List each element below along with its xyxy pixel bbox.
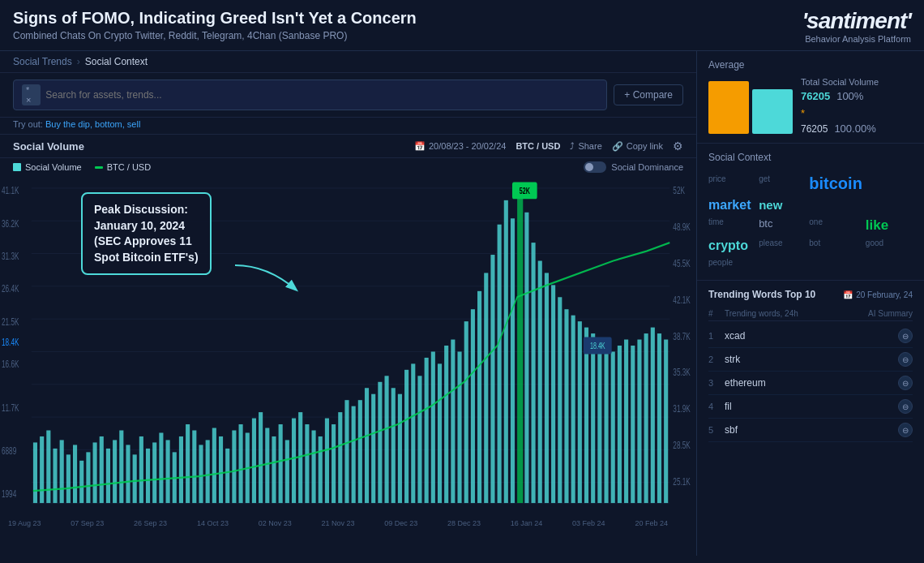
svg-text:31.3K: 31.3K (2, 251, 19, 262)
svg-rect-114 (591, 333, 595, 503)
legend-teal-swatch (13, 163, 21, 171)
social-context-section: Social Context price get bitcoin market … (697, 144, 924, 281)
svg-text:35.3K: 35.3K (673, 367, 690, 378)
pair-label: BTC / USD (515, 141, 560, 151)
svg-rect-111 (571, 316, 575, 503)
svg-rect-110 (564, 309, 568, 503)
svg-rect-52 (179, 436, 183, 503)
svg-rect-41 (106, 449, 110, 503)
svg-rect-105 (531, 243, 535, 503)
svg-rect-63 (252, 419, 256, 504)
trending-ai-summary[interactable]: ⊖ (856, 399, 913, 414)
svg-text:18.4K: 18.4K (2, 337, 19, 347)
trending-ai-summary[interactable]: ⊖ (856, 329, 913, 343)
avg-bar-teal (752, 89, 793, 134)
trending-ai-summary[interactable]: ⊖ (856, 376, 913, 390)
svg-text:1994: 1994 (2, 488, 16, 499)
trending-ai-summary[interactable]: ⊖ (856, 423, 913, 437)
wc-market: market (708, 198, 755, 213)
svg-rect-125 (664, 340, 668, 504)
svg-rect-107 (545, 273, 549, 503)
svg-rect-116 (604, 346, 608, 503)
svg-rect-33 (53, 449, 57, 503)
svg-rect-66 (272, 436, 276, 503)
svg-text:6889: 6889 (2, 446, 16, 457)
svg-rect-115 (597, 340, 601, 504)
social-dominance-toggle[interactable]: Social Dominance (584, 161, 683, 173)
search-tag[interactable]: * × (22, 84, 41, 105)
svg-text:16.6K: 16.6K (2, 359, 19, 369)
calendar-icon: 📅 (414, 141, 426, 152)
try-out-link[interactable]: Buy the dip, bottom, sell (45, 119, 140, 129)
total-pct: 100% (836, 90, 863, 102)
svg-rect-40 (100, 436, 104, 503)
compare-button[interactable]: + Compare (614, 84, 683, 105)
search-input[interactable] (45, 89, 598, 101)
pct2: 100.00% (834, 122, 875, 135)
ai-summary-icon[interactable]: ⊖ (898, 423, 913, 437)
breadcrumb-parent[interactable]: Social Trends (13, 56, 72, 67)
right-panel: Average Total Social Volume 76205 100% * (697, 51, 924, 556)
share-button[interactable]: ⤴ Share (570, 141, 601, 151)
svg-rect-34 (60, 440, 64, 503)
svg-text:25.1K: 25.1K (673, 476, 690, 487)
chart-area: Peak Discussion:January 10, 2024(SEC App… (0, 176, 696, 556)
svg-text:41.1K: 41.1K (2, 186, 19, 196)
trending-title: Trending Words Top 10 (708, 289, 815, 300)
svg-rect-75 (332, 424, 336, 503)
breadcrumb: Social Trends › Social Context (0, 51, 696, 73)
svg-rect-121 (637, 340, 641, 504)
svg-rect-85 (398, 394, 402, 503)
avg-bar-orange (708, 81, 749, 134)
svg-rect-88 (417, 376, 421, 503)
ai-summary-icon[interactable]: ⊖ (898, 352, 913, 367)
search-input-wrap[interactable]: * × (13, 80, 607, 110)
svg-rect-31 (40, 436, 44, 503)
wc-people: people (708, 258, 755, 267)
svg-text:42.1K: 42.1K (673, 294, 690, 305)
average-content: Total Social Volume 76205 100% * 76205 1… (708, 77, 913, 135)
svg-rect-80 (365, 388, 369, 503)
toggle-switch[interactable] (584, 161, 606, 173)
copy-link-button[interactable]: 🔗 Copy link (612, 141, 663, 152)
svg-rect-108 (551, 285, 555, 503)
trending-ai-summary[interactable]: ⊖ (856, 352, 913, 367)
calendar-icon-2: 📅 (843, 290, 853, 299)
svg-rect-49 (159, 432, 163, 503)
page-subtitle: Combined Chats On Crypto Twitter, Reddit… (13, 30, 417, 41)
svg-rect-46 (139, 436, 143, 503)
wc-get: get (759, 174, 806, 193)
trending-row: 2 strk ⊖ (708, 348, 913, 372)
svg-rect-71 (305, 424, 309, 503)
left-panel: Social Trends › Social Context * × + Com… (0, 51, 697, 556)
settings-button[interactable]: ⚙ (673, 140, 683, 153)
svg-rect-90 (431, 351, 435, 503)
svg-rect-38 (86, 452, 90, 503)
ai-summary-icon[interactable]: ⊖ (898, 376, 913, 390)
trending-row: 5 sbf ⊖ (708, 419, 913, 442)
svg-rect-30 (33, 442, 37, 503)
svg-rect-53 (186, 424, 190, 503)
wc-empty2 (809, 198, 862, 213)
average-title: Average (708, 59, 913, 71)
svg-rect-99 (490, 255, 494, 503)
svg-text:36.2K: 36.2K (2, 218, 19, 229)
svg-rect-122 (644, 333, 648, 503)
svg-text:11.7K: 11.7K (2, 402, 19, 413)
ai-summary-icon[interactable]: ⊖ (898, 399, 913, 414)
trending-date: 📅 20 February, 24 (843, 290, 913, 299)
svg-text:28.5K: 28.5K (673, 440, 690, 450)
svg-rect-44 (126, 445, 130, 503)
trending-word: sbf (725, 424, 856, 436)
svg-rect-94 (457, 351, 461, 503)
chart-xaxis: 19 Aug 23 07 Sep 23 26 Sep 23 14 Oct 23 … (0, 518, 696, 527)
svg-text:26.4K: 26.4K (2, 284, 19, 294)
trending-header: Trending Words Top 10 📅 20 February, 24 (708, 289, 913, 300)
wc-bitcoin: bitcoin (809, 174, 862, 193)
svg-rect-57 (212, 428, 216, 504)
svg-rect-92 (444, 346, 448, 503)
trending-num: 2 (708, 355, 725, 364)
ai-summary-icon[interactable]: ⊖ (898, 329, 913, 343)
brand-name: 'santiment' (802, 8, 911, 34)
svg-rect-58 (219, 436, 223, 503)
